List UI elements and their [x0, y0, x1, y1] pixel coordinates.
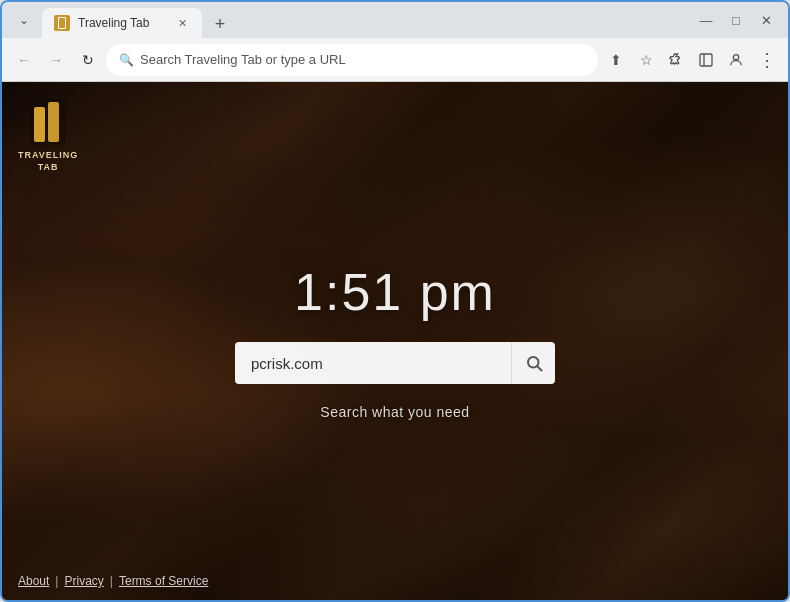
- back-button[interactable]: ←: [10, 46, 38, 74]
- footer-link-terms[interactable]: Terms of Service: [119, 574, 208, 588]
- toolbar-actions: ⬆ ☆ ⋮: [602, 46, 780, 74]
- share-button[interactable]: ⬆: [602, 46, 630, 74]
- footer-separator-2: |: [110, 574, 113, 588]
- tagline: Search what you need: [320, 404, 469, 420]
- address-bar[interactable]: 🔍 Search Traveling Tab or type a URL: [106, 44, 598, 76]
- maximize-button[interactable]: □: [722, 6, 750, 34]
- search-icon: [525, 354, 543, 372]
- search-button[interactable]: [511, 342, 555, 384]
- page-content: TRAVELING TAB 1:51 pm Search what you ne…: [2, 82, 788, 600]
- active-tab[interactable]: Traveling Tab ✕: [42, 8, 202, 38]
- tab-favicon: [54, 15, 70, 31]
- footer-link-privacy[interactable]: Privacy: [64, 574, 103, 588]
- tab-label: Traveling Tab: [78, 16, 166, 30]
- menu-button[interactable]: ⋮: [752, 46, 780, 74]
- time-display: 1:51 pm: [294, 262, 496, 322]
- extensions-icon: [668, 52, 684, 68]
- tab-area: Traveling Tab ✕ +: [42, 2, 688, 38]
- footer: About | Privacy | Terms of Service: [18, 574, 208, 588]
- search-container: [235, 342, 555, 384]
- center-content: 1:51 pm Search what you need: [2, 82, 788, 600]
- browser-frame: ⌄ Traveling Tab ✕ + — □ ✕ ←: [0, 0, 790, 602]
- close-button[interactable]: ✕: [752, 6, 780, 34]
- refresh-button[interactable]: ↻: [74, 46, 102, 74]
- address-text: Search Traveling Tab or type a URL: [140, 52, 585, 67]
- window-controls: — □ ✕: [692, 6, 780, 34]
- sidebar-button[interactable]: [692, 46, 720, 74]
- address-search-icon: 🔍: [119, 53, 134, 67]
- bookmark-button[interactable]: ☆: [632, 46, 660, 74]
- svg-point-2: [733, 54, 738, 59]
- footer-link-about[interactable]: About: [18, 574, 49, 588]
- tab-close-button[interactable]: ✕: [174, 15, 190, 31]
- profile-button[interactable]: [722, 46, 750, 74]
- search-input[interactable]: [235, 342, 511, 384]
- forward-button[interactable]: →: [42, 46, 70, 74]
- svg-rect-0: [700, 54, 712, 66]
- tab-strip-chevron[interactable]: ⌄: [10, 6, 38, 34]
- svg-line-4: [537, 366, 541, 370]
- toolbar: ← → ↻ 🔍 Search Traveling Tab or type a U…: [2, 38, 788, 82]
- profile-icon: [728, 52, 744, 68]
- sidebar-icon: [698, 52, 714, 68]
- minimize-button[interactable]: —: [692, 6, 720, 34]
- title-bar: ⌄ Traveling Tab ✕ + — □ ✕: [2, 2, 788, 38]
- extensions-button[interactable]: [662, 46, 690, 74]
- footer-separator-1: |: [55, 574, 58, 588]
- new-tab-button[interactable]: +: [206, 10, 234, 38]
